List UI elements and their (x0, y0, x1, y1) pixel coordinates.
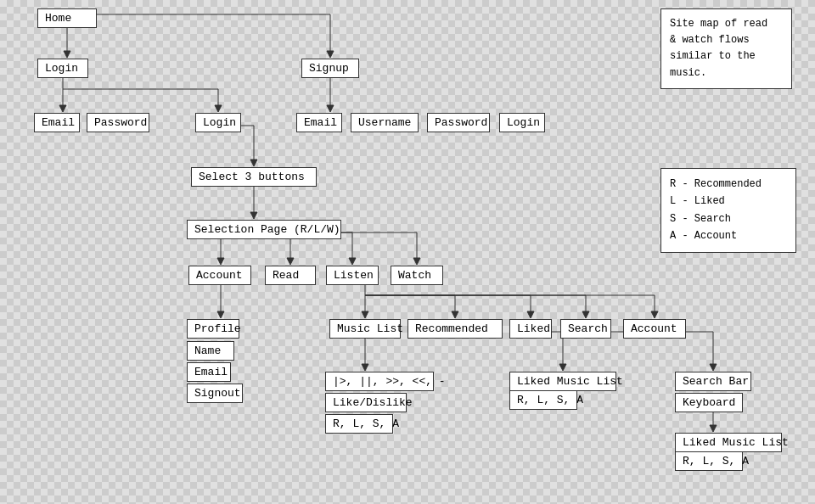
svg-marker-40 (582, 311, 589, 318)
rls-a2-box: R, L, S, A (509, 390, 577, 410)
login-box: Login (37, 59, 88, 78)
search-box: Search (560, 319, 611, 339)
rls-a3-box: R, L, S, A (675, 451, 743, 471)
svg-marker-20 (287, 258, 294, 265)
email-signup-box: Email (296, 113, 342, 132)
password-signup-box: Password (427, 113, 490, 132)
svg-marker-1 (64, 51, 70, 58)
keyboard-box: Keyboard (675, 393, 743, 412)
signout-box: Signout (187, 384, 243, 403)
name-box: Name (187, 341, 234, 361)
svg-marker-31 (362, 311, 368, 318)
svg-marker-43 (651, 311, 658, 318)
profile-box: Profile (187, 319, 239, 339)
login-btn-box: Login (195, 113, 241, 132)
login-btn2-box: Login (499, 113, 545, 132)
account2-box: Account (623, 319, 686, 339)
liked-music-box: Liked Music List (509, 372, 616, 391)
listen-box: Listen (326, 266, 379, 285)
svg-marker-37 (527, 311, 534, 318)
svg-marker-18 (217, 258, 224, 265)
svg-marker-28 (217, 311, 224, 318)
svg-marker-53 (710, 425, 717, 432)
watch-box: Watch (391, 266, 443, 285)
home-box: Home (37, 8, 97, 28)
svg-marker-4 (327, 51, 334, 58)
svg-marker-34 (452, 311, 458, 318)
svg-marker-48 (559, 364, 566, 371)
svg-marker-51 (710, 364, 717, 371)
svg-marker-23 (349, 258, 356, 265)
email-profile-box: Email (187, 362, 231, 382)
like-dislike-box: Like/Dislike (325, 393, 407, 412)
svg-marker-14 (250, 160, 257, 166)
svg-marker-9 (215, 105, 222, 112)
svg-marker-45 (362, 364, 368, 371)
legend-note: R - Recommended L - Liked S - Search A -… (660, 168, 796, 253)
svg-marker-26 (413, 258, 420, 265)
signup-box: Signup (301, 59, 359, 78)
svg-marker-6 (59, 105, 66, 112)
svg-marker-11 (327, 105, 334, 112)
email-login-box: Email (34, 113, 80, 132)
controls-box: |>, ||, >>, <<, - (325, 372, 434, 391)
liked-music2-box: Liked Music List (675, 433, 782, 452)
select3-box: Select 3 buttons (191, 167, 317, 187)
username-signup-box: Username (351, 113, 419, 132)
liked-box: Liked (509, 319, 552, 339)
svg-marker-16 (250, 212, 257, 219)
recommended-box: Recommended (408, 319, 503, 339)
search-bar-box: Search Bar (675, 372, 751, 391)
rls-a1-box: R, L, S, A (325, 414, 393, 434)
selection-page-box: Selection Page (R/L/W) (187, 220, 341, 239)
sitemap-note: Site map of read & watch flows similar t… (660, 8, 792, 89)
music-list-box: Music List (329, 319, 401, 339)
password-login-box: Password (87, 113, 149, 132)
account-box: Account (188, 266, 251, 285)
read-box: Read (265, 266, 316, 285)
